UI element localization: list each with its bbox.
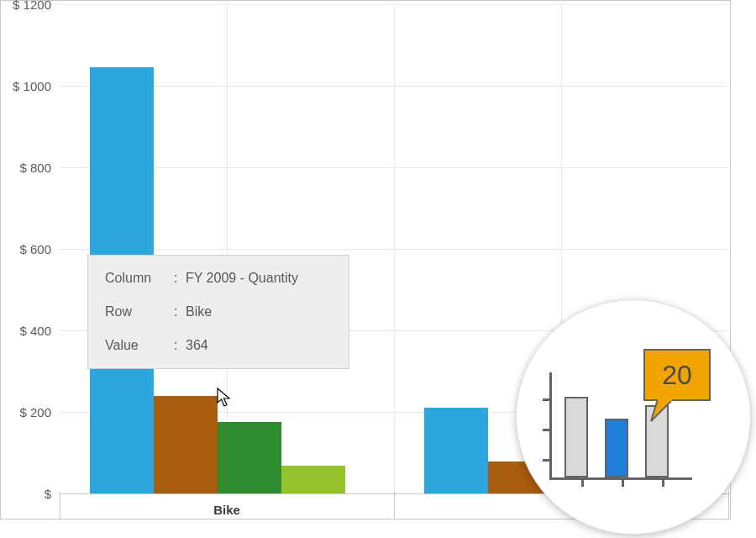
y-tick-1000: $ 1000 [1, 79, 51, 93]
y-tick-400: $ 400 [1, 324, 51, 338]
badge-bar-icon [564, 397, 588, 477]
tooltip-value: 364 [186, 338, 332, 353]
y-tick-600: $ 600 [1, 242, 51, 256]
y-tick-1200: $ 1200 [1, 0, 51, 12]
y-tick-800: $ 800 [1, 161, 51, 175]
bar-bike-series3[interactable] [218, 422, 281, 493]
chart-tooltip: Column : FY 2009 - Quantity Row : Bike V… [87, 255, 349, 369]
tooltip-feature-badge: 20 [516, 299, 751, 535]
tooltip-row-row: Row : Bike [105, 304, 332, 319]
tooltip-value: FY 2009 - Quantity [186, 271, 332, 286]
svg-marker-0 [651, 399, 673, 421]
badge-bar-icon [605, 419, 628, 477]
group-separator-2 [728, 492, 729, 519]
bar-bike-series4[interactable] [281, 466, 345, 493]
badge-icon: 20 [549, 354, 717, 480]
group-separator-1 [394, 492, 395, 519]
badge-callout-tail-icon [649, 399, 676, 425]
tooltip-key: Value [105, 338, 174, 353]
tooltip-row-value: Value : 364 [105, 338, 332, 353]
bar-bike-series2[interactable] [154, 396, 218, 493]
badge-callout-value: 20 [662, 360, 692, 391]
bar-group2-series1[interactable] [424, 408, 488, 493]
y-tick-0: $ [1, 487, 51, 501]
tooltip-value: Bike [186, 304, 332, 319]
tooltip-row-column: Column : FY 2009 - Quantity [105, 271, 332, 286]
badge-callout: 20 [643, 349, 711, 401]
y-tick-200: $ 200 [1, 405, 51, 419]
tooltip-key: Column [105, 271, 174, 286]
x-label-bike: Bike [60, 503, 394, 517]
tooltip-key: Row [105, 304, 174, 319]
